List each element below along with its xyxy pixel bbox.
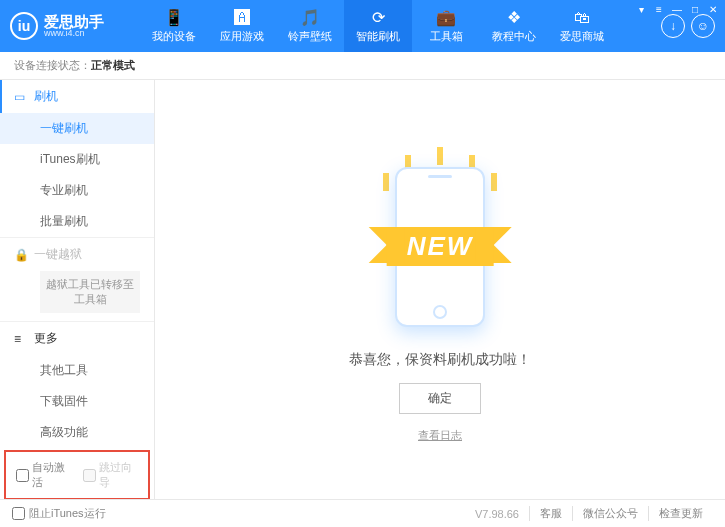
sidebar-item-advanced[interactable]: 高级功能: [0, 417, 154, 448]
app-subtitle: www.i4.cn: [44, 29, 104, 38]
toolbox-icon: 💼: [436, 8, 456, 27]
skip-guide-checkbox[interactable]: 跳过向导: [83, 460, 138, 490]
tutorial-icon: ❖: [507, 8, 521, 27]
block-itunes-checkbox[interactable]: 阻止iTunes运行: [12, 506, 106, 521]
sidebar-group-jailbreak[interactable]: 🔒 一键越狱: [0, 238, 154, 271]
main-content: NEW 恭喜您，保资料刷机成功啦！ 确定 查看日志: [155, 80, 725, 499]
minimize-button[interactable]: —: [669, 2, 685, 16]
footer-check-update[interactable]: 检查更新: [648, 506, 713, 521]
status-label: 设备连接状态：: [14, 58, 91, 73]
sidebar-item-download-firmware[interactable]: 下载固件: [0, 386, 154, 417]
sidebar-item-other-tools[interactable]: 其他工具: [0, 355, 154, 386]
account-button[interactable]: ☺: [691, 14, 715, 38]
sidebar-item-itunes-flash[interactable]: iTunes刷机: [0, 144, 154, 175]
window-controls: ▾ ≡ — □ ✕: [633, 2, 721, 16]
refresh-icon: ⟳: [372, 8, 385, 27]
tab-smart-flash[interactable]: ⟳智能刷机: [344, 0, 412, 52]
flash-icon: ▭: [14, 90, 28, 104]
footer-bar: 阻止iTunes运行 V7.98.66 客服 微信公众号 检查更新: [0, 499, 725, 527]
nav-tabs: 📱我的设备 🅰应用游戏 🎵铃声壁纸 ⟳智能刷机 💼工具箱 ❖教程中心 🛍爱思商城: [140, 0, 661, 52]
sidebar-item-pro-flash[interactable]: 专业刷机: [0, 175, 154, 206]
options-row: 自动激活 跳过向导: [4, 450, 150, 499]
store-icon: 🛍: [574, 9, 590, 27]
menu-icon[interactable]: ≡: [651, 2, 667, 16]
success-message: 恭喜您，保资料刷机成功啦！: [349, 351, 531, 369]
close-button[interactable]: ✕: [705, 2, 721, 16]
status-value: 正常模式: [91, 58, 135, 73]
lock-icon: 🔒: [14, 248, 28, 262]
version-label: V7.98.66: [475, 508, 519, 520]
more-icon: ≡: [14, 332, 28, 346]
settings-icon[interactable]: ▾: [633, 2, 649, 16]
download-button[interactable]: ↓: [661, 14, 685, 38]
tab-apps-games[interactable]: 🅰应用游戏: [208, 0, 276, 52]
device-status-bar: 设备连接状态： 正常模式: [0, 52, 725, 80]
sidebar-group-flash[interactable]: ▭ 刷机: [0, 80, 154, 113]
app-title: 爱思助手: [44, 14, 104, 29]
tab-toolbox[interactable]: 💼工具箱: [412, 0, 480, 52]
logo-icon: iu: [10, 12, 38, 40]
tab-tutorials[interactable]: ❖教程中心: [480, 0, 548, 52]
jailbreak-note: 越狱工具已转移至工具箱: [40, 271, 140, 313]
sidebar-group-more[interactable]: ≡ 更多: [0, 322, 154, 355]
sidebar: ▭ 刷机 一键刷机 iTunes刷机 专业刷机 批量刷机 🔒 一键越狱 越狱工具…: [0, 80, 155, 499]
auto-activate-checkbox[interactable]: 自动激活: [16, 460, 71, 490]
logo: iu 爱思助手 www.i4.cn: [0, 12, 140, 40]
tab-my-device[interactable]: 📱我的设备: [140, 0, 208, 52]
new-ribbon: NEW: [387, 227, 494, 266]
apps-icon: 🅰: [234, 9, 250, 27]
device-icon: 📱: [164, 8, 184, 27]
ok-button[interactable]: 确定: [399, 383, 481, 414]
sidebar-item-oneclick-flash[interactable]: 一键刷机: [0, 113, 154, 144]
footer-support[interactable]: 客服: [529, 506, 572, 521]
success-illustration: NEW: [330, 157, 550, 337]
view-log-link[interactable]: 查看日志: [418, 428, 462, 443]
tab-store[interactable]: 🛍爱思商城: [548, 0, 616, 52]
title-bar: iu 爱思助手 www.i4.cn 📱我的设备 🅰应用游戏 🎵铃声壁纸 ⟳智能刷…: [0, 0, 725, 52]
sidebar-item-batch-flash[interactable]: 批量刷机: [0, 206, 154, 237]
footer-wechat[interactable]: 微信公众号: [572, 506, 648, 521]
music-icon: 🎵: [300, 8, 320, 27]
tab-ringtone-wallpaper[interactable]: 🎵铃声壁纸: [276, 0, 344, 52]
maximize-button[interactable]: □: [687, 2, 703, 16]
